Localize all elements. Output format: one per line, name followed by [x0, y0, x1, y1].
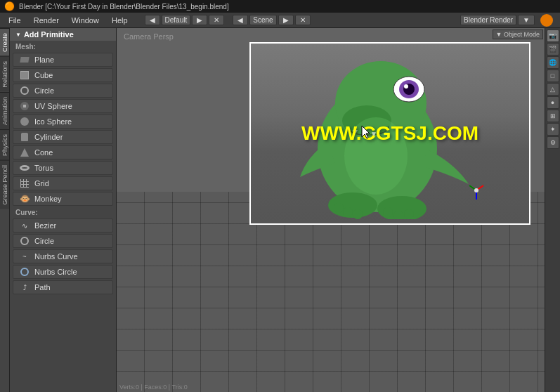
layout-prev-btn[interactable]: ◀ — [145, 15, 160, 25]
scene-prev-btn[interactable]: ◀ — [233, 15, 248, 25]
curve-circle-btn[interactable]: Circle — [13, 234, 113, 248]
mesh-uvsphere-btn[interactable]: UV Sphere — [13, 99, 113, 113]
plane-icon — [19, 55, 30, 65]
app-icon: 🟠 — [4, 1, 15, 11]
title-text: Blender [C:\Your First Day in Blender\Bl… — [19, 3, 229, 11]
menu-item-help[interactable]: Help — [106, 15, 134, 26]
panel-title: Add Primitive — [24, 30, 74, 39]
mesh-cone-label: Cone — [34, 148, 53, 157]
mesh-circle-btn[interactable]: Circle — [13, 84, 113, 98]
scene-add-btn[interactable]: ✕ — [295, 15, 311, 25]
prop-object-icon[interactable]: □ — [547, 70, 559, 82]
grid-icon — [19, 178, 30, 188]
prop-world-icon[interactable]: 🌐 — [547, 56, 559, 69]
nurbscircle-icon — [19, 267, 30, 277]
viewport-info: Verts:0 | Faces:0 | Tris:0 — [119, 384, 188, 391]
cube-icon — [19, 70, 30, 80]
mesh-uvsphere-label: UV Sphere — [34, 102, 72, 110]
render-engine-dropdown[interactable]: ▼ — [518, 15, 535, 25]
curve-nurbscircle-btn[interactable]: Nurbs Circle — [13, 265, 113, 279]
svg-point-17 — [404, 209, 414, 219]
vtab-greasepencil[interactable]: Grease Pencil — [0, 160, 9, 209]
mesh-monkey-label: Monkey — [34, 195, 62, 203]
uvsphere-icon — [19, 101, 30, 111]
curve-nurbscircle-label: Nurbs Circle — [34, 268, 77, 276]
sidebar-panel: ▼ Add Primitive Mesh: Plane Cube Circle … — [10, 28, 117, 392]
svg-point-5 — [404, 84, 408, 89]
curve-nurbscurve-btn[interactable]: ~ Nurbs Curve — [13, 249, 113, 263]
mesh-torus-btn[interactable]: Torus — [13, 161, 113, 175]
mesh-monkey-btn[interactable]: 🐵 Monkey — [13, 192, 113, 206]
toolbar: ◀ Default ▶ ✕ ◀ Scene ▶ ✕ Blender Render… — [135, 14, 557, 27]
mesh-cylinder-btn[interactable]: Cylinder — [13, 130, 113, 144]
prop-material-icon[interactable]: ● — [547, 96, 559, 109]
svg-point-22 — [474, 188, 478, 192]
svg-point-12 — [334, 203, 344, 213]
properties-sidebar: 📷 🎬 🌐 □ △ ● ⊞ ✦ ⚙ — [545, 28, 560, 392]
mesh-cone-btn[interactable]: Cone — [13, 145, 113, 159]
circle-icon — [19, 86, 30, 96]
mesh-section-label: Mesh: — [10, 41, 116, 52]
main-layout: Create Relations Animation Physics Greas… — [0, 28, 560, 392]
viewport-mode-btn[interactable]: ▼ Object Mode — [493, 30, 543, 39]
curve-circle-label: Circle — [34, 237, 54, 245]
mesh-plane-btn[interactable]: Plane — [13, 53, 113, 67]
bezier-icon: ∿ — [19, 221, 30, 230]
mesh-grid-btn[interactable]: Grid — [13, 176, 113, 190]
mesh-circle-label: Circle — [34, 86, 54, 95]
scene-select[interactable]: Scene — [249, 15, 276, 25]
prop-texture-icon[interactable]: ⊞ — [547, 110, 559, 122]
svg-point-15 — [383, 207, 393, 217]
3d-viewport[interactable]: Camera Persp — [117, 28, 545, 392]
mesh-grid-label: Grid — [34, 179, 49, 188]
vtab-create[interactable]: Create — [0, 28, 9, 56]
prop-render-icon[interactable]: 📷 — [547, 30, 559, 42]
curve-nurbscurve-label: Nurbs Curve — [34, 252, 78, 261]
render-preview-box: WWW.CGTSJ.COM — [249, 42, 530, 225]
prop-physics-icon[interactable]: ⚙ — [547, 136, 559, 149]
mesh-icosphere-btn[interactable]: Ico Sphere — [13, 115, 113, 129]
path-icon: ⤴ — [19, 282, 30, 292]
mesh-cube-label: Cube — [34, 71, 53, 79]
scene-next-btn[interactable]: ▶ — [278, 15, 294, 25]
menu-item-window[interactable]: Window — [66, 15, 105, 26]
title-bar: 🟠 Blender [C:\Your First Day in Blender\… — [0, 0, 560, 13]
vtab-animation[interactable]: Animation — [0, 92, 9, 129]
curve-path-btn[interactable]: ⤴ Path — [13, 280, 113, 294]
nurbs-icon: ~ — [19, 251, 30, 261]
prop-particles-icon[interactable]: ✦ — [547, 123, 559, 136]
layout-select[interactable]: Default — [162, 15, 191, 25]
blender-logo — [540, 14, 553, 27]
monkey-icon: 🐵 — [19, 194, 30, 204]
layout-add-btn[interactable]: ✕ — [209, 15, 224, 25]
prop-scene-icon[interactable]: 🎬 — [547, 43, 559, 55]
svg-point-14 — [353, 209, 363, 219]
curve-circle-icon — [19, 236, 30, 246]
curve-bezier-label: Bezier — [34, 221, 56, 230]
mesh-cylinder-label: Cylinder — [34, 133, 63, 141]
curve-section-label: Curve: — [10, 207, 116, 218]
vtab-physics[interactable]: Physics — [0, 129, 9, 160]
curve-bezier-btn[interactable]: ∿ Bezier — [13, 218, 113, 233]
vtab-relations[interactable]: Relations — [0, 56, 9, 92]
vertical-tabs: Create Relations Animation Physics Greas… — [0, 28, 10, 392]
transform-gizmo — [466, 180, 487, 202]
menu-item-file[interactable]: File — [3, 15, 27, 26]
watermark-text: WWW.CGTSJ.COM — [301, 122, 478, 145]
panel-collapse-icon: ▼ — [15, 32, 21, 38]
mesh-icosphere-label: Ico Sphere — [34, 117, 72, 126]
mesh-plane-label: Plane — [34, 55, 54, 64]
prop-mesh-icon[interactable]: △ — [547, 83, 559, 96]
cylinder-icon — [19, 132, 30, 142]
layout-next-btn[interactable]: ▶ — [192, 15, 207, 25]
viewport-header-right: ▼ Object Mode — [491, 28, 545, 41]
mesh-torus-label: Torus — [34, 164, 53, 172]
render-engine-select[interactable]: Blender Render — [460, 15, 516, 25]
menu-item-render[interactable]: Render — [28, 15, 65, 26]
viewport-footer: Verts:0 | Faces:0 | Tris:0 — [119, 384, 188, 391]
curve-path-label: Path — [34, 283, 51, 292]
panel-header-add-primitive[interactable]: ▼ Add Primitive — [10, 28, 116, 41]
cone-icon — [19, 148, 30, 157]
mesh-cube-btn[interactable]: Cube — [13, 68, 113, 82]
cursor-indicator — [360, 124, 375, 143]
